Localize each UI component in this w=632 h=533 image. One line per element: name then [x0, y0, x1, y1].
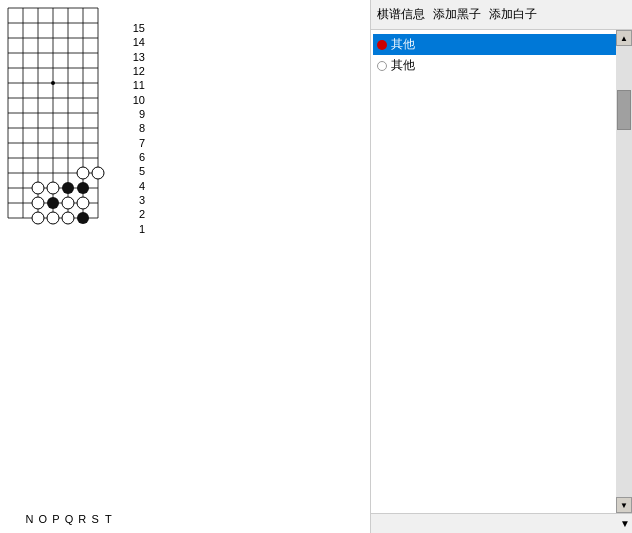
col-label: N [23, 513, 36, 525]
row-label: 5 [125, 166, 145, 177]
row-numbers: 151413121110987654321 [125, 23, 145, 235]
col-label: Q [62, 513, 75, 525]
right-panel: 棋谱信息 添加黑子 添加白子 其他其他 ▲ ▼ ▼ [370, 0, 632, 533]
col-label: T [102, 513, 115, 525]
col-labels: NOPQRST [23, 513, 115, 525]
col-label: O [36, 513, 49, 525]
scroll-up-button[interactable]: ▲ [616, 30, 632, 46]
scrollbar: ▲ ▼ [616, 30, 632, 513]
row-label: 13 [125, 52, 145, 63]
board-area: 151413121110987654321 NOPQRST [0, 0, 370, 533]
row-label: 1 [125, 224, 145, 235]
row-label: 12 [125, 66, 145, 77]
panel-header: 棋谱信息 添加黑子 添加白子 [371, 0, 632, 30]
row-label: 10 [125, 95, 145, 106]
row-label: 7 [125, 138, 145, 149]
row-label: 11 [125, 80, 145, 91]
add-white-button[interactable]: 添加白子 [489, 6, 537, 23]
scroll-thumb[interactable] [617, 90, 631, 130]
col-label: P [49, 513, 62, 525]
scroll-bottom-arrow[interactable]: ▼ [620, 518, 630, 529]
info-label: 棋谱信息 [377, 6, 425, 23]
tree-label: 其他 [391, 57, 415, 74]
tree-item[interactable]: 其他 [373, 34, 630, 55]
scroll-down-button[interactable]: ▼ [616, 497, 632, 513]
tree-area: 其他其他 [371, 30, 632, 80]
go-board[interactable] [0, 0, 108, 228]
row-label: 9 [125, 109, 145, 120]
row-label: 14 [125, 37, 145, 48]
panel-content: 其他其他 ▲ ▼ [371, 30, 632, 513]
row-label: 4 [125, 181, 145, 192]
tree-label: 其他 [391, 36, 415, 53]
row-label: 3 [125, 195, 145, 206]
tree-dot [377, 61, 387, 71]
row-label: 6 [125, 152, 145, 163]
col-label: S [89, 513, 102, 525]
tree-dot [377, 40, 387, 50]
add-black-button[interactable]: 添加黑子 [433, 6, 481, 23]
col-label: R [76, 513, 89, 525]
row-label: 2 [125, 209, 145, 220]
tree-item[interactable]: 其他 [373, 55, 630, 76]
row-label: 8 [125, 123, 145, 134]
row-label: 15 [125, 23, 145, 34]
panel-bottom: ▼ [371, 513, 632, 533]
